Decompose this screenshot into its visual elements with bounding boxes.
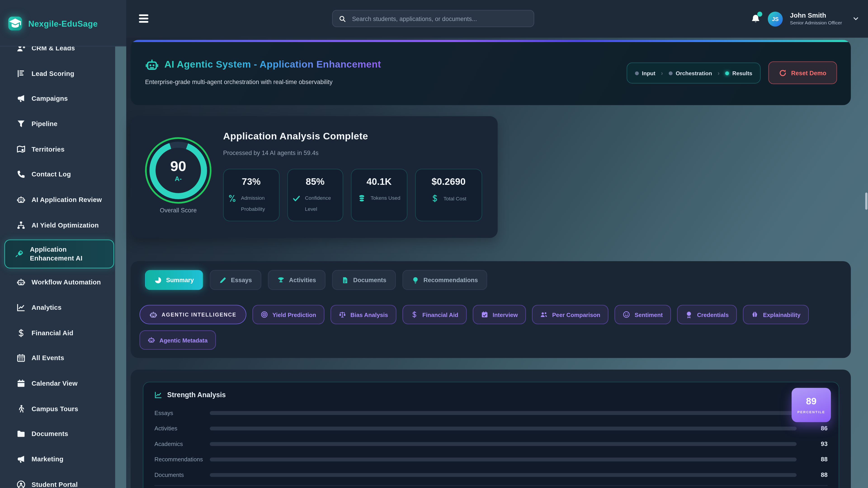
overall-grade: A- — [175, 175, 182, 182]
sidebar-item-label: Documents — [32, 429, 68, 438]
sidebar-item-financial-aid[interactable]: Financial Aid — [5, 322, 110, 344]
sidebar-item-analytics[interactable]: Analytics — [5, 296, 110, 319]
metric-label: Tokens Used — [370, 193, 400, 203]
bar-value: 88 — [803, 471, 828, 478]
sidebar-item-label: Contact Log — [32, 170, 71, 179]
sidebar-item-campaigns[interactable]: Campaigns — [5, 88, 110, 110]
tab-activities[interactable]: Activities — [268, 270, 326, 290]
chip-credentials[interactable]: Credentials — [677, 305, 737, 324]
users-icon — [540, 311, 548, 318]
sidebar-item-label: Campaigns — [32, 94, 68, 103]
funnel-icon — [17, 120, 25, 128]
strength-header: Strength Analysis — [154, 391, 225, 399]
brand-logo graduation-cap-icon — [8, 16, 22, 30]
chip-label: Bias Analysis — [350, 311, 388, 318]
chip-label: Yield Prediction — [272, 311, 316, 318]
walker-icon — [17, 404, 25, 413]
overall-score-gauge: 90 A- — [145, 137, 212, 203]
metric-label: Admission Probability — [241, 193, 274, 215]
sidebar-item-lead-scoring[interactable]: Lead Scoring — [5, 62, 110, 85]
tab-label: Documents — [353, 276, 386, 283]
chip-interview[interactable]: Interview — [473, 305, 526, 324]
sidebar: Nexgile-EduSage CRM & LeadsLead ScoringC… — [0, 0, 126, 488]
bar-track — [210, 457, 797, 461]
agent-chip-row-1: AGENTIC INTELLIGENCEYield PredictionBias… — [140, 305, 809, 324]
folder-icon — [17, 429, 25, 438]
metric-value: 85% — [287, 176, 343, 188]
avatar[interactable]: JS — [768, 11, 783, 26]
global-search[interactable] — [332, 10, 534, 27]
lightbulb-icon — [412, 276, 419, 284]
sidebar-item-label: Marketing — [32, 455, 64, 464]
sidebar-item-campus-tours[interactable]: Campus Tours — [5, 398, 110, 420]
sidebar-item-label: Territories — [32, 145, 65, 154]
tab-essays[interactable]: Essays — [210, 270, 261, 290]
sidebar-item-workflow-automation[interactable]: Workflow Automation — [5, 271, 110, 293]
bar-label: Essays — [154, 410, 210, 416]
map-icon — [17, 145, 25, 154]
metric-tile-tokens-used: 40.1KTokens Used — [351, 169, 407, 221]
sidebar-item-pipeline[interactable]: Pipeline — [5, 113, 110, 135]
page-scrollbar[interactable] — [865, 193, 868, 210]
chevron-down-icon[interactable] — [852, 15, 859, 22]
sidebar-item-contact-log[interactable]: Contact Log — [5, 164, 110, 186]
user-info[interactable]: John Smith Senior Admission Officer — [790, 11, 842, 26]
reset-demo-button[interactable]: Reset Demo — [768, 61, 837, 84]
phone-icon — [17, 170, 25, 179]
sidebar-scrollbar[interactable] — [115, 46, 126, 488]
chip-sentiment[interactable]: Sentiment — [615, 305, 671, 324]
chip-explainability[interactable]: Explainability — [743, 305, 809, 324]
chip-financial-aid[interactable]: Financial Aid — [402, 305, 467, 324]
sidebar-item-student-portal[interactable]: Student Portal — [5, 474, 110, 488]
sidebar-item-application-enhancement-ai[interactable]: Application Enhancement AI — [4, 239, 114, 268]
chip-bias-analysis[interactable]: Bias Analysis — [331, 305, 396, 324]
tab-label: Activities — [289, 276, 316, 283]
strength-bar-row-academics: Academics93 — [154, 436, 828, 452]
notifications-bell-icon[interactable] — [751, 14, 761, 24]
search-input[interactable] — [351, 15, 528, 22]
chip-yield-prediction[interactable]: Yield Prediction — [252, 305, 324, 324]
sidebar-item-territories[interactable]: Territories — [5, 138, 110, 160]
strength-bar-row-essays: Essays — [154, 405, 828, 421]
sidebar-item-ai-application-review[interactable]: AI Application Review — [5, 189, 110, 211]
metric-value: 40.1K — [351, 176, 407, 188]
search-icon — [339, 15, 346, 22]
chart-line-icon — [154, 391, 162, 399]
check-icon — [292, 194, 301, 203]
dollar-icon — [411, 311, 418, 318]
brand: Nexgile-EduSage — [0, 0, 126, 46]
chip-agentic-metadata[interactable]: Agentic Metadata — [140, 330, 216, 350]
smiley-icon — [623, 311, 630, 318]
sidebar-item-marketing[interactable]: Marketing — [5, 448, 110, 470]
sidebar-item-ai-yield-optimization[interactable]: AI Yield Optimization — [5, 214, 110, 236]
strength-bars: EssaysActivities86Academics93Recommendat… — [154, 405, 828, 483]
step-dot — [635, 71, 639, 75]
tab-documents[interactable]: Documents — [332, 270, 396, 290]
tab-recommendations[interactable]: Recommendations — [402, 270, 487, 290]
sidebar-item-crm-leads[interactable]: CRM & Leads — [5, 46, 110, 59]
dollar-icon — [431, 194, 439, 203]
chip-label: Peer Comparison — [552, 311, 600, 318]
tab-bar: SummaryEssaysActivitiesDocumentsRecommen… — [145, 270, 487, 290]
step-input: Input — [635, 70, 655, 76]
tab-label: Essays — [231, 276, 252, 283]
hamburger-menu-icon[interactable] — [139, 14, 149, 23]
hero-panel: AI Agentic System - Application Enhancem… — [131, 40, 851, 105]
sidebar-item-all-events[interactable]: All Events — [5, 347, 110, 369]
tab-summary[interactable]: Summary — [145, 270, 203, 290]
chip-peer-comparison[interactable]: Peer Comparison — [532, 305, 609, 324]
analysis-subtitle: Processed by 14 AI agents in 59.4s — [223, 149, 318, 156]
strength-bar-row-documents: Documents88 — [154, 467, 828, 483]
sidebar-item-calendar-view[interactable]: Calendar View — [5, 372, 110, 394]
robot-icon — [145, 58, 159, 72]
notification-badge — [757, 11, 762, 17]
strength-bar-row-activities: Activities86 — [154, 420, 828, 436]
sidebar-item-documents[interactable]: Documents — [5, 423, 110, 445]
percentile-label: PERCENTILE — [797, 410, 825, 414]
bar-track — [210, 442, 797, 446]
analysis-title: Application Analysis Complete — [223, 131, 368, 142]
step-dot — [725, 71, 729, 75]
chip-agentic-intelligence[interactable]: AGENTIC INTELLIGENCE — [140, 305, 246, 324]
robot-icon — [148, 336, 155, 344]
target-icon — [261, 311, 268, 318]
